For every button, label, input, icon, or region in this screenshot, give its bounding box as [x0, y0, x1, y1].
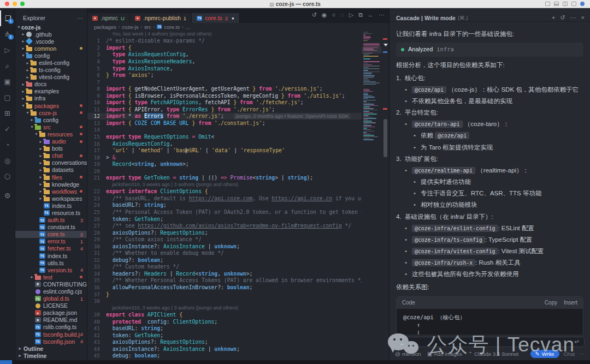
- toggle-panel-icon[interactable]: [554, 2, 559, 6]
- code-line-39[interactable]: 39export class APIClient {: [87, 311, 381, 318]
- code-line-41[interactable]: 41 baseURL: string;: [87, 325, 381, 332]
- sidebar-more-actions-icon[interactable]: ⋯: [77, 15, 84, 22]
- code-line-32[interactable]: 32 debug?: boolean;: [87, 256, 381, 264]
- line-number[interactable]: 18: [87, 154, 106, 160]
- editor-scrollbar[interactable]: [381, 31, 389, 360]
- line-number[interactable]: 7: [87, 79, 106, 85]
- more-icon[interactable]: ⋯: [570, 14, 576, 21]
- code-line-24[interactable]: 24 baseURL?: string;: [87, 202, 381, 209]
- search-icon[interactable]: ⌕: [0, 58, 15, 74]
- mention-button[interactable]: @mention: [395, 351, 421, 357]
- line-number[interactable]: 29: [87, 236, 106, 242]
- code-line-43[interactable]: 43 axiosOptions?: RequestOptions;: [87, 339, 381, 346]
- line-number[interactable]: 21: [87, 175, 106, 181]
- breadcrumb-tail[interactable]: …: [186, 24, 191, 30]
- tree-item-chat[interactable]: ▸chat: [15, 152, 87, 159]
- cascade-input[interactable]: ↵: [395, 337, 585, 347]
- code-line-5[interactable]: 5 type AxiosInstance,: [87, 65, 381, 72]
- tree-item-core.ts[interactable]: TScore.ts2: [15, 231, 87, 238]
- line-number[interactable]: 28: [87, 230, 106, 236]
- modified-dot[interactable]: ●: [232, 16, 234, 21]
- explorer-icon[interactable]: ❏1: [0, 10, 15, 26]
- code-line-13[interactable]: 13import { COZE_COM_BASE_URL } from './c…: [87, 120, 381, 127]
- code-line-37[interactable]: 37}: [87, 291, 381, 298]
- line-number[interactable]: 1: [87, 38, 106, 44]
- compare-icon[interactable]: ○: [332, 11, 335, 19]
- line-number[interactable]: 27: [87, 223, 106, 229]
- code-line-21[interactable]: 21export type GetToken = string | (() =>…: [87, 174, 381, 181]
- tree-item-README.md[interactable]: MREADME.md: [15, 317, 87, 324]
- code-line-16[interactable]: 16 AxiosRequestConfig,: [87, 140, 381, 147]
- back-icon[interactable]: ←: [368, 11, 374, 19]
- code-line-33[interactable]: 33 /** Custom headers */: [87, 264, 381, 271]
- tree-item-utils.ts[interactable]: TSutils.ts: [15, 259, 87, 266]
- line-number[interactable]: 9: [87, 93, 106, 99]
- timeline-history-icon[interactable]: ↺: [312, 11, 317, 19]
- code-line-4[interactable]: 4 type AxiosResponseHeaders,: [87, 58, 381, 65]
- line-number[interactable]: 17: [87, 147, 106, 153]
- tree-item-knowledge[interactable]: ▸knowledge: [15, 181, 87, 188]
- tree-item-error.ts[interactable]: TSerror.ts1: [15, 238, 87, 245]
- account-avatar[interactable]: [580, 2, 585, 6]
- line-number[interactable]: 23: [87, 195, 106, 201]
- code-line-27[interactable]: 27 /** see https://github.com/axios/axio…: [87, 222, 381, 229]
- tree-item-infra[interactable]: ▸infra: [15, 95, 87, 102]
- tree-item-index.ts[interactable]: TSindex.ts: [15, 252, 87, 259]
- line-number[interactable]: 12: [87, 113, 106, 119]
- code-line-22[interactable]: 22export interface ClientOptions {: [87, 188, 381, 195]
- line-number[interactable]: 5: [87, 65, 106, 71]
- line-number[interactable]: 4: [87, 58, 106, 64]
- sidebar-section-outline[interactable]: ▸Outline: [15, 345, 87, 352]
- code-line-31[interactable]: 31 /** Whether to enable debug mode */: [87, 250, 381, 257]
- code-line-40[interactable]: 40 protected _config: ClientOptions;: [87, 318, 381, 325]
- code-line-17[interactable]: 17 'url' | 'method' | 'baseURL' | 'data'…: [87, 147, 381, 154]
- code-line-19[interactable]: 19 Record<string, unknown>;: [87, 160, 381, 168]
- code-line-6[interactable]: 6} from 'axios';: [87, 71, 381, 79]
- line-number[interactable]: 10: [87, 99, 106, 105]
- code-line-11[interactable]: 11import { APIError, type ErrorRes } fro…: [87, 106, 381, 113]
- code-line-2[interactable]: 2import {: [87, 44, 381, 51]
- tab-core.ts[interactable]: TScore.ts2●: [192, 13, 240, 23]
- code-line-10[interactable]: 10import { type FetchAPIOptions, fetchAP…: [87, 99, 381, 106]
- tree-item-eslint-config[interactable]: ▸eslint-config: [15, 59, 87, 66]
- line-number[interactable]: 44: [87, 346, 106, 352]
- tree-item-.vscode[interactable]: ▸.vscode: [15, 38, 87, 45]
- tree-item-examples[interactable]: ▸examples: [15, 88, 87, 95]
- code-line-9[interactable]: 9import { isBrowser, isPersonalAccessTok…: [87, 92, 381, 99]
- run-file-icon[interactable]: ▷: [349, 11, 353, 19]
- tree-item-docs[interactable]: ▸docs: [15, 81, 87, 88]
- code-line-18[interactable]: 18> &: [87, 154, 381, 161]
- close-icon[interactable]: ×: [581, 14, 585, 21]
- code-line-14[interactable]: 14: [87, 127, 381, 134]
- source-control-icon[interactable]: ⋔1: [0, 26, 15, 42]
- chat-bot-icon[interactable]: ▣: [0, 74, 15, 89]
- breadcrumb-file[interactable]: core.ts: [164, 24, 180, 30]
- tree-item-coze-js[interactable]: ▾coze-js: [15, 109, 87, 116]
- screencast-icon[interactable]: ◎: [0, 153, 15, 169]
- line-number[interactable]: 15: [87, 134, 106, 140]
- split-layout-icon[interactable]: [563, 2, 568, 6]
- write-mode-button[interactable]: ✎Write: [530, 350, 559, 358]
- model-selector[interactable]: ⌃Claude 3.5 Sonnet: [468, 351, 518, 357]
- tree-item-src[interactable]: ▾src: [15, 123, 87, 130]
- line-number[interactable]: 37: [87, 291, 106, 297]
- tree-item-fetcher.ts[interactable]: TSfetcher.ts4: [15, 245, 87, 252]
- line-number[interactable]: 39: [87, 312, 106, 318]
- code-line-28[interactable]: 28 axiosOptions?: RequestOptions;: [87, 229, 381, 236]
- tool-call-analyzed[interactable]: Analyzedinfra: [396, 43, 583, 57]
- history-icon[interactable]: ↺: [560, 14, 565, 21]
- split-editor-icon[interactable]: ⧉: [358, 11, 363, 19]
- tree-item-config[interactable]: ▾config: [15, 52, 87, 59]
- tree-item-datasets[interactable]: ▸datasets: [15, 166, 87, 174]
- tab-.npmrc[interactable]: n.npmrcU: [87, 13, 130, 23]
- docker-icon[interactable]: ⬡: [0, 169, 15, 184]
- line-number[interactable]: 30: [87, 243, 106, 249]
- line-number[interactable]: 38: [87, 298, 106, 304]
- code-line-25[interactable]: 25 /** Personal Access Token (PAT) or OA…: [87, 208, 381, 216]
- tree-item-.github[interactable]: ▸.github: [15, 31, 87, 38]
- code-line-1[interactable]: 1/* eslint-disable max-params */: [87, 38, 381, 45]
- code-line-15[interactable]: 15export type RequestOptions = Omit<: [87, 133, 381, 140]
- code-line-12[interactable]: 12import * as Errors from './error.js';j…: [87, 113, 381, 120]
- testing-icon[interactable]: ✓: [0, 121, 15, 137]
- code-line-20[interactable]: 20: [87, 168, 381, 175]
